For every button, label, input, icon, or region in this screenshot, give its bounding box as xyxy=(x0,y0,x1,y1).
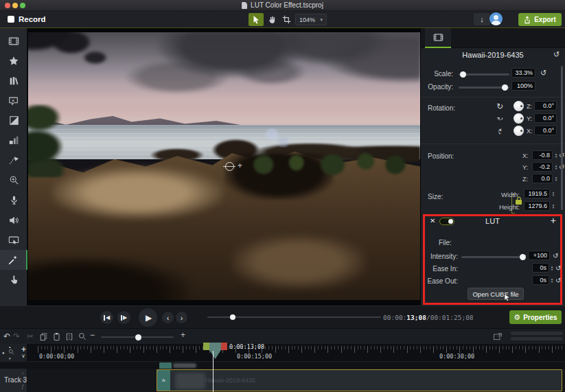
sidebar-item-animations[interactable] xyxy=(0,150,27,170)
lut-ease-in-stepper[interactable]: ▴▾ xyxy=(549,263,555,273)
rotation-z-dial[interactable] xyxy=(514,101,524,111)
track-height-down-icon[interactable]: ▾ xyxy=(9,356,11,360)
position-z-stepper[interactable]: ▴▾ xyxy=(553,174,559,183)
rotation-z-field[interactable] xyxy=(534,101,557,111)
canvas-zoom-select[interactable]: 104% ▾ xyxy=(295,14,327,25)
minimize-window-button[interactable] xyxy=(12,3,18,8)
play-button[interactable]: ▶ xyxy=(139,308,157,327)
rotation-y-field[interactable] xyxy=(534,113,557,123)
copy-button[interactable] xyxy=(40,332,47,341)
video-preview-frame[interactable]: ✛ xyxy=(28,32,420,300)
track-fx-icon[interactable]: ƒ xyxy=(21,384,24,389)
scrubber-slider[interactable] xyxy=(207,316,381,318)
timeline-ruler[interactable]: 0:00:00;00 0:00:15;00 0:00:30;00 xyxy=(27,344,565,362)
lut-ease-in-field[interactable] xyxy=(532,263,549,273)
maximize-window-button[interactable] xyxy=(20,3,25,8)
track-indicator-icon[interactable]: ○ xyxy=(21,371,24,376)
account-avatar[interactable] xyxy=(489,12,503,25)
preview-canvas[interactable]: ✛ xyxy=(27,28,421,305)
reset-all-icon[interactable]: ↺ xyxy=(553,51,560,58)
position-z-field[interactable] xyxy=(532,174,553,183)
redo-button[interactable]: ↷ xyxy=(13,332,20,341)
sidebar-item-cursor-effects[interactable] xyxy=(0,230,27,250)
playhead-line[interactable] xyxy=(213,351,214,392)
scale-slider-thumb[interactable] xyxy=(460,71,466,78)
edit-cursor-tool-button[interactable] xyxy=(249,13,264,26)
timeline-zoom-thumb[interactable] xyxy=(135,334,141,341)
lut-ease-out-stepper[interactable]: ▴▾ xyxy=(549,275,555,285)
properties-toggle-button[interactable]: ⚙ Properties xyxy=(509,310,562,324)
lut-ease-out-reset-icon[interactable]: ↺ xyxy=(555,277,561,284)
opacity-slider-thumb[interactable] xyxy=(502,84,508,91)
panel-scrollbar[interactable] xyxy=(561,66,563,210)
sidebar-item-favorites[interactable] xyxy=(0,51,27,71)
opacity-slider[interactable] xyxy=(459,87,509,89)
lut-intensity-slider-thumb[interactable] xyxy=(520,254,526,260)
position-y-stepper[interactable]: ▴▾ xyxy=(553,162,559,172)
timeline-hscrollbar-top[interactable] xyxy=(511,332,563,335)
record-button[interactable]: Record xyxy=(8,14,46,25)
track3-lane[interactable]: fx Hawaii-2019-6435 xyxy=(27,369,565,392)
partial-clip-fragment[interactable] xyxy=(159,362,172,369)
lut-ease-out-field[interactable] xyxy=(532,275,549,285)
paste-button[interactable] xyxy=(53,332,60,341)
previous-frame-button[interactable]: ◀ xyxy=(100,311,113,324)
position-x-field[interactable] xyxy=(532,150,553,160)
size-width-stepper[interactable]: ▴▾ xyxy=(551,189,556,198)
open-cube-file-button[interactable]: Open CUBE file xyxy=(468,288,524,300)
detach-timeline-button[interactable] xyxy=(493,332,503,341)
sidebar-item-visual-effects[interactable] xyxy=(0,250,27,270)
close-window-button[interactable] xyxy=(5,3,10,8)
sidebar-item-captions[interactable]: a xyxy=(0,91,27,111)
size-width-field[interactable] xyxy=(524,189,550,198)
jump-forward-button[interactable]: › xyxy=(176,312,187,323)
sidebar-item-interactivity[interactable] xyxy=(0,270,27,290)
sidebar-item-voice-narration[interactable] xyxy=(0,190,27,210)
timeline-zoom-slider[interactable] xyxy=(101,336,174,338)
undo-button[interactable]: ↶ xyxy=(3,332,10,341)
download-button[interactable]: ↓ xyxy=(474,13,490,25)
crop-tool-button[interactable] xyxy=(279,13,293,26)
sidebar-item-transitions[interactable] xyxy=(0,111,27,130)
rotation-anchor-handle[interactable] xyxy=(225,162,234,171)
scale-value-field[interactable] xyxy=(511,68,535,78)
collapse-tracks-icon[interactable]: ∨ xyxy=(21,353,25,359)
timeline-hscrollbar-bottom[interactable] xyxy=(511,337,563,341)
opacity-value-field[interactable] xyxy=(511,81,535,91)
lut-intensity-reset-icon[interactable]: ↺ xyxy=(553,252,558,260)
lut-intensity-slider[interactable] xyxy=(461,256,524,258)
tab-media-properties[interactable] xyxy=(425,28,451,48)
sidebar-item-zoom-pan[interactable] xyxy=(0,170,27,190)
lut-add-icon[interactable]: + xyxy=(551,215,556,226)
size-height-field[interactable] xyxy=(524,201,550,211)
lut-ease-in-reset-icon[interactable]: ↺ xyxy=(555,264,561,272)
rotation-x-field[interactable] xyxy=(534,126,557,135)
export-button[interactable]: Export xyxy=(518,13,562,26)
position-x-stepper[interactable]: ▴▾ xyxy=(553,150,559,160)
lut-intensity-field[interactable] xyxy=(528,251,550,260)
playhead-in-handle[interactable] xyxy=(203,343,209,350)
track-dot-icon: ● xyxy=(2,351,5,355)
timeline-clip-hawaii[interactable]: fx Hawaii-2019-6435 xyxy=(157,369,562,391)
lut-file-label: File: xyxy=(439,239,452,246)
pan-tool-button[interactable] xyxy=(265,13,279,26)
size-height-stepper[interactable]: ▴▾ xyxy=(551,201,556,211)
sidebar-item-behaviors[interactable] xyxy=(0,130,27,150)
scrubber-thumb[interactable] xyxy=(230,314,235,320)
next-frame-button[interactable]: ▶ xyxy=(117,311,130,324)
cut-button[interactable]: ✂ xyxy=(27,332,34,341)
rotation-x-dial[interactable] xyxy=(514,126,524,136)
sidebar-item-library[interactable] xyxy=(0,71,27,91)
scale-slider[interactable] xyxy=(459,73,509,76)
position-y-field[interactable] xyxy=(532,162,553,172)
sidebar-item-audio-effects[interactable] xyxy=(0,210,27,230)
sidebar-item-media[interactable] xyxy=(0,31,27,51)
playhead-out-handle[interactable] xyxy=(221,343,227,350)
track-lock-icon[interactable]: ∩ xyxy=(21,378,25,382)
rotation-y-dial[interactable] xyxy=(514,113,524,124)
split-button[interactable] xyxy=(65,332,73,341)
jump-back-button[interactable]: ‹ xyxy=(162,312,174,323)
zoom-out-button[interactable]: − xyxy=(90,330,95,340)
zoom-in-button[interactable]: + xyxy=(181,330,185,340)
scale-reset-icon[interactable]: ↺ xyxy=(540,69,546,77)
